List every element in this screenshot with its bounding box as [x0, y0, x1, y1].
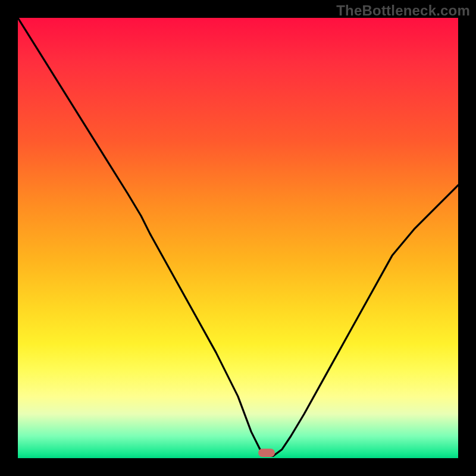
optimal-point-marker: [258, 449, 275, 457]
plot-area: [18, 18, 458, 458]
heat-gradient-bg: [18, 18, 458, 458]
chart-root: TheBottleneck.com: [0, 0, 476, 476]
watermark-text: TheBottleneck.com: [336, 2, 470, 19]
